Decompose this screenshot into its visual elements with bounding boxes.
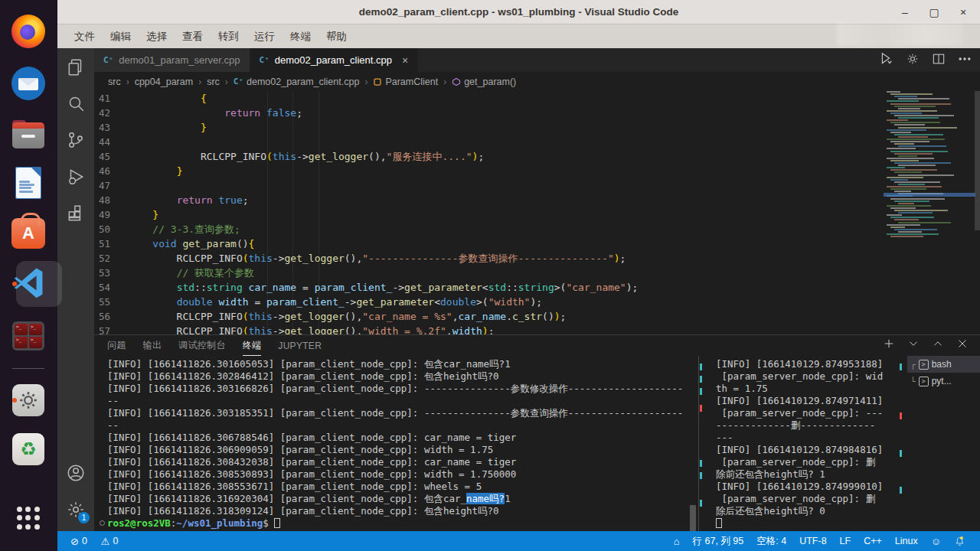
status-cursor-position[interactable]: 行 67, 列 95: [688, 531, 750, 551]
minimap[interactable]: [887, 91, 972, 243]
tab-close-icon[interactable]: ×: [402, 54, 408, 67]
thunderbird-icon: [11, 67, 45, 100]
activitybar-source-control[interactable]: [57, 122, 94, 158]
terminal-left[interactable]: [INFO] [1661411826.301605053] [param_cli…: [107, 358, 697, 530]
minimize-button[interactable]: –: [896, 3, 914, 21]
panel-tab-问题[interactable]: 问题: [107, 335, 126, 356]
menu-文件[interactable]: 文件: [67, 27, 103, 47]
terminal-list-item-pyt...[interactable]: └>pyt...: [907, 373, 980, 390]
maximize-panel-button[interactable]: [931, 337, 945, 354]
breadcrumb-item-demo02_param_client.cpp[interactable]: C⁺demo02_param_client.cpp: [234, 77, 360, 87]
dock-item-settings[interactable]: [11, 383, 46, 418]
minimap-line: [887, 214, 902, 216]
minimap-line: [890, 132, 911, 133]
window-titlebar[interactable]: demo02_param_client.cpp - ws01_plumbing …: [57, 0, 980, 24]
terminal-scrollbar[interactable]: [690, 505, 696, 531]
status-language-mode[interactable]: C++: [858, 531, 887, 551]
minimap-highlight: [884, 193, 975, 197]
minimap-line: [887, 186, 942, 187]
minimap-line: [887, 110, 937, 112]
menu-编辑[interactable]: 编辑: [103, 27, 139, 47]
breadcrumb-item-src[interactable]: src: [108, 77, 121, 87]
minimap-line: [887, 100, 919, 102]
activitybar-search[interactable]: [57, 85, 94, 122]
status-os[interactable]: Linux: [890, 531, 923, 551]
panel-tab-终端[interactable]: 终端: [243, 335, 262, 356]
close-button[interactable]: ×: [954, 3, 972, 21]
dock-item-vscode[interactable]: [11, 266, 46, 302]
status-encoding[interactable]: UTF-8: [794, 531, 831, 551]
dock-item-app-grid[interactable]: [11, 500, 46, 536]
minimap-line: [890, 151, 948, 152]
terminal-dropdown-icon: [906, 337, 920, 350]
terminal-dropdown-button[interactable]: [906, 337, 920, 354]
terminal-left-row: [INFO] [1661411826.318309124] [param_cli…: [107, 505, 697, 517]
activitybar-manage[interactable]: 1: [57, 491, 94, 528]
minimap-line: [890, 207, 916, 209]
menu-运行[interactable]: 运行: [247, 27, 283, 47]
menu-帮助[interactable]: 帮助: [318, 27, 354, 47]
breadcrumb-item-cpp04_param[interactable]: cpp04_param: [135, 77, 193, 87]
panel-tab-输出[interactable]: 输出: [143, 335, 162, 356]
dock-item-trash[interactable]: ♻: [11, 432, 46, 467]
badge-count: 1: [78, 512, 90, 523]
close-panel-button[interactable]: [956, 337, 969, 354]
status-indentation[interactable]: 空格: 4: [751, 531, 792, 551]
tab-demo01_param_server.cpp[interactable]: C⁺demo01_param_server.cpp: [94, 48, 250, 72]
tab-demo02_param_client.cpp[interactable]: C⁺demo02_param_client.cpp×: [250, 48, 419, 72]
terminal-right[interactable]: [INFO] [1661410129.874953188] [param_ser…: [716, 358, 904, 530]
status-feedback[interactable]: ☺: [926, 531, 946, 551]
status-remote-indicator[interactable]: ⌂: [668, 531, 685, 551]
menu-转到[interactable]: 转到: [211, 27, 247, 47]
dock-item-thunderbird[interactable]: [11, 66, 46, 101]
editor-scrollbar[interactable]: [975, 91, 980, 230]
panel-tab-调试控制台[interactable]: 调试控制台: [178, 335, 226, 356]
dock-item-firefox[interactable]: [11, 14, 46, 49]
new-terminal-icon: [882, 337, 896, 350]
dock-item-libreoffice-writer[interactable]: [11, 165, 46, 201]
activitybar-run-and-debug[interactable]: [57, 158, 94, 195]
code-line-55: 55 double width = param_client_->get_par…: [94, 295, 980, 309]
terminal-list-item-bash[interactable]: ┌>bash: [907, 356, 980, 373]
terminal-icon: >: [919, 360, 929, 370]
maximize-button[interactable]: ▢: [925, 3, 943, 21]
breadcrumb-item-get_param()[interactable]: get_param(): [452, 77, 516, 87]
status-eol[interactable]: LF: [835, 531, 857, 551]
run-settings-gear-button[interactable]: [905, 51, 920, 70]
terminal-label: bash: [932, 359, 952, 370]
status-notifications[interactable]: [949, 531, 971, 551]
status-label: 空格: 4: [756, 535, 786, 548]
code-editor[interactable]: 41 {42 return false;43 }4445 RCLCPP_INFO…: [94, 91, 980, 334]
run-cpp-file-button[interactable]: [877, 51, 894, 70]
terminal-split-divider[interactable]: [698, 356, 699, 532]
line-number: 41: [94, 91, 129, 106]
run-settings-gear-icon: [905, 51, 920, 67]
minimap-line: [890, 198, 945, 200]
minimap-line: [890, 217, 934, 218]
dock-item-terminator[interactable]: >_>_>_>_: [11, 318, 46, 354]
breadcrumb-label: src: [108, 77, 121, 87]
minimap-line: [898, 203, 914, 204]
split-editor-button[interactable]: [931, 51, 946, 70]
minimap-line: [898, 184, 925, 185]
panel-tab-JUPYTER[interactable]: JUPYTER: [278, 335, 322, 356]
more-actions-button[interactable]: [957, 51, 972, 70]
terminal-right-row: [param_server_node_cpp]: 删: [716, 493, 904, 505]
terminal-annotation-mark: [900, 412, 902, 419]
minimap-line: [898, 155, 917, 157]
menu-终端[interactable]: 终端: [283, 27, 318, 47]
activitybar-explorer[interactable]: [57, 48, 94, 85]
activitybar-extensions[interactable]: [57, 195, 94, 232]
menu-查看[interactable]: 查看: [175, 27, 211, 47]
new-terminal-button[interactable]: [882, 337, 896, 354]
status-errors[interactable]: ⊘0: [65, 531, 93, 551]
dock-item-files[interactable]: [11, 116, 46, 152]
status-warnings[interactable]: ⚠0: [96, 531, 124, 551]
terminal-annotation-mark: [700, 472, 702, 479]
menu-选择[interactable]: 选择: [139, 27, 175, 47]
line-number: 43: [94, 120, 129, 135]
breadcrumb-item-ParamClient[interactable]: ParamClient: [373, 77, 438, 87]
breadcrumb-item-src[interactable]: src: [207, 77, 220, 87]
dock-item-ubuntu-software[interactable]: A: [11, 216, 46, 251]
activitybar-accounts[interactable]: [57, 455, 94, 491]
